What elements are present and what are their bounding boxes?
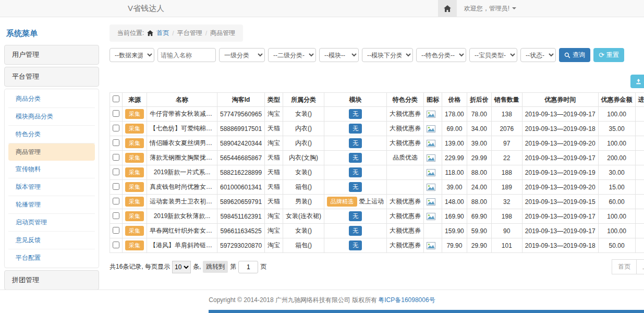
product-name: 【七色纺】可爱纯棉家... <box>147 122 217 136</box>
status-select[interactable]: --状态-- <box>520 48 556 62</box>
page-button-首页[interactable]: 首页 <box>612 259 637 274</box>
column-header: 进口优选 <box>635 93 644 107</box>
table-row: 采集【港风】单肩斜跨链条...597293020870淘宝箱包()无大额优惠券7… <box>110 238 644 253</box>
page-button-上一页[interactable]: 上一页 <box>636 259 644 274</box>
user-menu[interactable]: 欢迎您，管理员! <box>464 4 516 13</box>
coupon-time: 2019-09-13—2019-09-20 <box>522 136 598 151</box>
icp-link[interactable]: 粤ICP备16098006号 <box>378 296 435 305</box>
breadcrumb-home-link[interactable]: 首页 <box>156 29 169 38</box>
level1-category-select[interactable]: 一级分类 <box>219 48 265 62</box>
coupon-time: 2019-09-13—2019-09-17 <box>522 151 598 165</box>
column-header: 优惠券时间 <box>522 93 598 107</box>
sidebar-item-link[interactable]: 轮播管理 <box>8 196 95 214</box>
source-badge: 采集 <box>125 226 144 236</box>
sidebar-item-link[interactable]: 商品分类 <box>8 90 95 108</box>
product-thumbnail-icon <box>427 242 439 249</box>
sidebar-item-link[interactable]: 平台配置 <box>8 249 95 267</box>
column-header: 类型 <box>265 93 283 107</box>
row-checkbox[interactable] <box>113 227 119 234</box>
module-sub-category-select[interactable]: --模块下分类-- <box>362 48 413 62</box>
taoke-id: 565446685867 <box>217 151 265 165</box>
sidebar-item-link[interactable]: 版本管理 <box>8 178 95 196</box>
module-badge: 无 <box>349 240 362 250</box>
module-text: 爱上运动 <box>359 198 384 205</box>
price: 229.99 <box>442 151 467 165</box>
product-category: 箱包() <box>283 238 324 253</box>
product-category: 内衣(文胸) <box>283 151 324 165</box>
breadcrumb-separator: / <box>205 30 207 37</box>
coupon-amount: 30.00 <box>598 165 635 180</box>
module-select[interactable]: --模块-- <box>319 48 359 62</box>
price: 169.90 <box>442 209 467 224</box>
feature-category-select[interactable]: --特色分类-- <box>416 48 466 62</box>
refresh-icon: ⟳ <box>599 52 604 58</box>
data-source-select[interactable]: --数据来源-- <box>110 48 154 62</box>
bottom-strip <box>209 310 644 313</box>
level2-category-select[interactable]: --二级分类-- <box>268 48 316 62</box>
row-checkbox[interactable] <box>113 110 119 117</box>
reset-button[interactable]: ⟳ 重置 <box>593 48 624 62</box>
taoke-id: 589620659791 <box>217 195 265 209</box>
row-checkbox[interactable] <box>113 154 119 161</box>
price: 159.90 <box>442 224 467 238</box>
row-checkbox[interactable] <box>113 242 119 248</box>
caret-down-icon <box>512 7 516 9</box>
table-row: 采集薄款无钢圈文胸聚拢性...565446685867天猫内衣(文胸)无品质优选… <box>110 151 644 165</box>
row-checkbox[interactable] <box>113 139 119 146</box>
topbar: V省钱达人 欢迎您，管理员! <box>0 0 644 17</box>
discount-price: 59.90 <box>467 224 491 238</box>
row-checkbox[interactable] <box>113 212 119 219</box>
sidebar-item-header[interactable]: 用户管理 <box>4 45 99 65</box>
search-icon <box>564 52 570 58</box>
sidebar-item-header[interactable]: 平台管理 <box>4 67 99 87</box>
product-name: 牛仔背带裤女秋装减龄... <box>147 107 217 122</box>
sales-count: 188 <box>491 165 522 180</box>
feature-category: 大额优惠券 <box>387 224 424 238</box>
module-badge: 品牌精选 <box>327 197 357 207</box>
module-badge: 无 <box>349 182 362 192</box>
row-checkbox[interactable] <box>113 183 119 190</box>
product-type: 天猫 <box>265 195 283 209</box>
home-icon <box>147 30 153 36</box>
pagination: 共16条记录, 每页显示 10 条, 跳转到 第 页 首页上一页12下一页末页 <box>110 259 644 274</box>
sidebar-item-link[interactable]: 意见反馈 <box>8 232 95 249</box>
main-content: 当前位置: 首页 / 平台管理 / 商品管理 --数据来源--一级分类--二级分… <box>110 25 644 295</box>
sidebar-item-link[interactable]: 模块商品分类 <box>8 108 95 126</box>
column-header: 淘客Id <box>217 93 265 107</box>
coupon-time: 2019-09-13—2019-09-18 <box>522 122 598 136</box>
sidebar-item-active[interactable]: 商品管理 <box>8 143 95 161</box>
home-button[interactable] <box>438 0 457 17</box>
row-checkbox[interactable] <box>113 198 119 204</box>
discount-price: 88.00 <box>467 195 491 209</box>
select-all-checkbox[interactable] <box>113 95 119 102</box>
row-checkbox[interactable] <box>113 125 119 131</box>
search-button[interactable]: 查询 <box>559 48 590 62</box>
taoke-id: 601000601341 <box>217 180 265 195</box>
import-excel-button[interactable]: 导入excel <box>630 75 644 88</box>
name-input[interactable] <box>157 48 216 62</box>
product-name: 早春网红针织外套女春... <box>147 224 217 238</box>
jump-button[interactable]: 跳转到 <box>203 261 228 273</box>
item-type-select[interactable]: --宝贝类型-- <box>469 48 517 62</box>
breadcrumb-prefix: 当前位置: <box>117 29 144 38</box>
product-category: 箱包() <box>283 180 324 195</box>
coupon-time: 2019-09-13—2019-09-19 <box>522 165 598 180</box>
sidebar-item-header[interactable]: 拼团管理 <box>4 270 99 290</box>
per-page-select[interactable]: 10 <box>172 261 191 273</box>
product-thumbnail-icon <box>427 111 439 118</box>
sidebar-item-link[interactable]: 启动页管理 <box>8 214 95 232</box>
coupon-time: 2019-09-13—2019-09-20 <box>522 180 598 195</box>
upload-icon <box>636 79 641 85</box>
sidebar-item-link[interactable]: 特色分类 <box>8 126 95 143</box>
row-checkbox[interactable] <box>113 168 119 175</box>
column-header: 价格 <box>442 93 467 107</box>
product-category: 女装() <box>283 224 324 238</box>
coupon-amount: 100.00 <box>598 209 635 224</box>
price: 139.00 <box>442 136 467 151</box>
source-badge: 采集 <box>125 138 144 148</box>
jump-page-input[interactable] <box>238 261 258 273</box>
product-name: 【港风】单肩斜跨链条... <box>147 238 217 253</box>
sidebar-item-link[interactable]: 宣传物料 <box>8 161 95 178</box>
coupon-time: 2019-09-13—2019-09-15 <box>522 195 598 209</box>
taoke-id: 589042420344 <box>217 136 265 151</box>
